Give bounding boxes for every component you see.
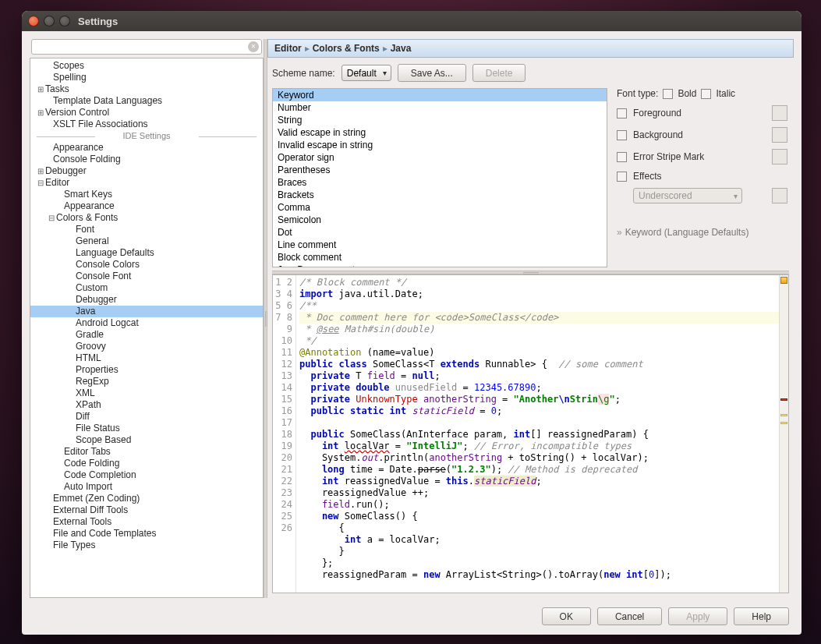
tree-item[interactable]: File Types xyxy=(30,540,263,551)
error-stripe-checkbox[interactable] xyxy=(617,152,627,162)
maximize-icon[interactable] xyxy=(59,16,70,27)
tree-item[interactable]: File Status xyxy=(30,423,263,434)
token-item[interactable]: Dot xyxy=(273,226,607,239)
tree-item[interactable]: Scopes xyxy=(30,60,263,72)
close-icon[interactable] xyxy=(28,16,39,27)
cancel-button[interactable]: Cancel xyxy=(597,607,662,625)
tree-item[interactable]: Console Font xyxy=(30,271,263,282)
tree-item[interactable]: Code Completion xyxy=(30,469,263,481)
effects-swatch[interactable] xyxy=(772,188,787,203)
token-item[interactable]: Operator sign xyxy=(273,151,607,164)
tree-item[interactable]: Android Logcat xyxy=(30,317,263,329)
settings-window: Settings × ScopesSpelling⊞TasksTemplate … xyxy=(22,11,802,635)
foreground-swatch[interactable] xyxy=(772,105,787,121)
code-preview[interactable]: 1 2 3 4 5 6 7 8 9 10 11 12 13 14 15 16 1… xyxy=(272,274,789,593)
warning-marker[interactable] xyxy=(780,422,787,424)
token-item[interactable]: Keyword xyxy=(273,89,607,101)
tree-item[interactable]: Java xyxy=(30,306,263,317)
tree-item[interactable]: XPath xyxy=(30,399,263,411)
tree-item[interactable]: Appearance xyxy=(30,200,263,212)
ok-button[interactable]: OK xyxy=(542,607,591,625)
tree-item[interactable]: ⊟Editor xyxy=(30,177,263,189)
token-item[interactable]: String xyxy=(273,114,607,126)
warning-marker[interactable] xyxy=(780,414,787,416)
token-item[interactable]: Number xyxy=(273,101,607,114)
settings-tree[interactable]: ScopesSpelling⊞TasksTemplate Data Langua… xyxy=(30,58,264,598)
tree-item[interactable]: Scope Based xyxy=(30,434,263,446)
help-button[interactable]: Help xyxy=(734,607,789,625)
search-input[interactable] xyxy=(31,39,262,55)
tree-item[interactable]: Gradle xyxy=(30,329,263,341)
foreground-checkbox[interactable] xyxy=(617,108,627,119)
tree-item[interactable]: HTML xyxy=(30,352,263,364)
tree-item[interactable]: XSLT File Associations xyxy=(30,119,263,130)
inherit-note[interactable]: »Keyword (Language Defaults) xyxy=(617,227,787,238)
token-item[interactable]: JavaDoc comment xyxy=(273,264,607,267)
effects-label: Effects xyxy=(633,171,661,182)
save-as-button[interactable]: Save As... xyxy=(398,64,466,82)
tree-item[interactable]: File and Code Templates xyxy=(30,528,263,540)
tree-item[interactable]: Custom xyxy=(30,282,263,294)
tree-item[interactable]: RegExp xyxy=(30,376,263,387)
analysis-marker[interactable] xyxy=(780,277,787,284)
tree-item[interactable]: External Tools xyxy=(30,516,263,528)
tree-item[interactable]: ⊞Tasks xyxy=(30,83,263,95)
breadcrumb-item[interactable]: Editor xyxy=(274,43,302,54)
error-marker[interactable] xyxy=(780,398,787,401)
tree-item[interactable]: Appearance xyxy=(30,142,263,154)
tree-item[interactable]: Spelling xyxy=(30,72,263,83)
token-list[interactable]: KeywordNumberStringValid escape in strin… xyxy=(272,88,607,267)
tree-item[interactable]: Emmet (Zen Coding) xyxy=(30,493,263,504)
italic-checkbox[interactable] xyxy=(701,89,711,99)
tree-item[interactable]: Auto Import xyxy=(30,481,263,493)
scheme-dropdown[interactable]: Default xyxy=(341,65,391,81)
tree-item[interactable]: Code Folding xyxy=(30,458,263,469)
tree-item[interactable]: ⊞Version Control xyxy=(30,107,263,119)
tree-item[interactable]: ⊟Colors & Fonts xyxy=(30,212,263,224)
scheme-name-label: Scheme name: xyxy=(272,68,335,79)
tree-item[interactable]: Properties xyxy=(30,364,263,376)
chevron-right-icon: ▸ xyxy=(383,43,387,54)
tree-separator: IDE Settings xyxy=(30,130,263,142)
bold-checkbox[interactable] xyxy=(663,89,673,99)
token-item[interactable]: Parentheses xyxy=(273,164,607,176)
breadcrumb-item[interactable]: Java xyxy=(391,43,412,54)
token-item[interactable]: Brackets xyxy=(273,189,607,201)
tree-item[interactable]: ⊞Debugger xyxy=(30,165,263,177)
token-item[interactable]: Block comment xyxy=(273,251,607,264)
tree-item[interactable]: General xyxy=(30,235,263,247)
error-stripe[interactable] xyxy=(779,275,788,593)
tree-item[interactable]: Editor Tabs xyxy=(30,446,263,458)
tree-item[interactable]: Template Data Languages xyxy=(30,95,263,107)
error-stripe-label: Error Stripe Mark xyxy=(633,151,704,162)
tree-item[interactable]: Debugger xyxy=(30,294,263,306)
token-item[interactable]: Line comment xyxy=(273,239,607,251)
tree-item[interactable]: XML xyxy=(30,387,263,399)
tree-item[interactable]: Language Defaults xyxy=(30,247,263,259)
background-checkbox[interactable] xyxy=(617,130,627,140)
token-item[interactable]: Invalid escape in string xyxy=(273,139,607,151)
breadcrumb: Editor ▸ Colors & Fonts ▸ Java xyxy=(267,39,794,58)
error-stripe-swatch[interactable] xyxy=(772,149,787,165)
titlebar[interactable]: Settings xyxy=(22,11,802,31)
tree-item[interactable]: Smart Keys xyxy=(30,189,263,200)
token-item[interactable]: Semicolon xyxy=(273,214,607,226)
effects-checkbox[interactable] xyxy=(617,172,627,182)
tree-item[interactable]: Font xyxy=(30,224,263,235)
token-item[interactable]: Braces xyxy=(273,176,607,189)
vertical-splitter[interactable] xyxy=(264,39,267,598)
tree-item[interactable]: Console Folding xyxy=(30,154,263,165)
window-title: Settings xyxy=(78,16,118,27)
apply-button: Apply xyxy=(668,607,727,625)
breadcrumb-item[interactable]: Colors & Fonts xyxy=(313,43,380,54)
token-item[interactable]: Valid escape in string xyxy=(273,126,607,139)
token-item[interactable]: Comma xyxy=(273,201,607,214)
code-area: /* Block comment */ import java.util.Dat… xyxy=(296,275,779,593)
background-swatch[interactable] xyxy=(772,127,787,143)
tree-item[interactable]: Groovy xyxy=(30,341,263,352)
clear-icon[interactable]: × xyxy=(248,41,259,52)
minimize-icon[interactable] xyxy=(44,16,55,27)
tree-item[interactable]: Console Colors xyxy=(30,259,263,271)
tree-item[interactable]: External Diff Tools xyxy=(30,504,263,516)
tree-item[interactable]: Diff xyxy=(30,411,263,423)
